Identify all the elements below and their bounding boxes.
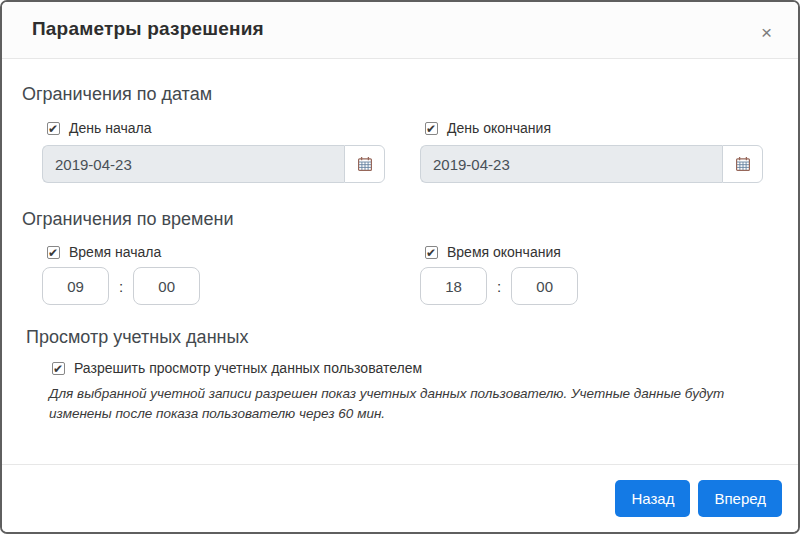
time-restrictions-heading: Ограничения по времени xyxy=(22,209,778,230)
allow-view-checkbox[interactable] xyxy=(52,362,65,375)
end-day-column: День окончания xyxy=(420,105,763,183)
dialog-footer: Назад Вперед xyxy=(2,464,798,532)
end-time-checkbox[interactable] xyxy=(425,246,438,259)
date-restrictions-heading: Ограничения по датам xyxy=(22,84,778,105)
forward-button[interactable]: Вперед xyxy=(698,480,782,517)
start-date-group xyxy=(42,145,385,183)
allow-view-check-row: Разрешить просмотр учетных данных пользо… xyxy=(52,359,798,377)
close-button[interactable]: × xyxy=(755,19,778,46)
dialog-title: Параметры разрешения xyxy=(32,18,264,40)
start-date-input[interactable] xyxy=(42,145,344,183)
end-date-calendar-button[interactable] xyxy=(722,145,763,183)
start-day-checkbox[interactable] xyxy=(47,122,60,135)
start-time-group: : xyxy=(42,267,385,305)
end-time-column: Время окончания : xyxy=(420,230,763,305)
close-icon: × xyxy=(761,22,772,43)
date-restrictions-row: День начала День окончани xyxy=(2,105,798,183)
end-day-check-row: День окончания xyxy=(425,119,763,137)
credentials-note: Для выбранной учетной записи разрешен по… xyxy=(49,384,754,424)
dialog-header: Параметры разрешения × xyxy=(2,2,798,59)
end-hour-input[interactable] xyxy=(420,267,487,305)
time-restrictions-row: Время начала : Время окончания : xyxy=(2,230,798,305)
credentials-view-heading: Просмотр учетных данных xyxy=(26,327,774,348)
back-button[interactable]: Назад xyxy=(615,480,690,517)
start-day-label: День начала xyxy=(69,119,151,137)
start-day-check-row: День начала xyxy=(47,119,385,137)
start-minute-input[interactable] xyxy=(133,267,200,305)
start-day-column: День начала xyxy=(42,105,385,183)
start-time-label: Время начала xyxy=(69,243,161,261)
start-hour-input[interactable] xyxy=(42,267,109,305)
time-separator: : xyxy=(119,278,123,295)
permission-parameters-dialog: Параметры разрешения × Ограничения по да… xyxy=(0,0,800,534)
end-time-group: : xyxy=(420,267,763,305)
end-date-group xyxy=(420,145,763,183)
end-time-label: Время окончания xyxy=(447,243,561,261)
start-time-column: Время начала : xyxy=(42,230,385,305)
end-day-label: День окончания xyxy=(447,119,551,137)
start-time-checkbox[interactable] xyxy=(47,246,60,259)
calendar-icon xyxy=(357,156,373,172)
allow-view-label: Разрешить просмотр учетных данных пользо… xyxy=(74,359,422,377)
calendar-icon xyxy=(735,156,751,172)
end-time-check-row: Время окончания xyxy=(425,243,763,261)
dialog-body: Ограничения по датам День начала xyxy=(2,59,798,464)
end-day-checkbox[interactable] xyxy=(425,122,438,135)
end-date-input[interactable] xyxy=(420,145,722,183)
start-date-calendar-button[interactable] xyxy=(344,145,385,183)
end-minute-input[interactable] xyxy=(511,267,578,305)
time-separator: : xyxy=(497,278,501,295)
start-time-check-row: Время начала xyxy=(47,243,385,261)
